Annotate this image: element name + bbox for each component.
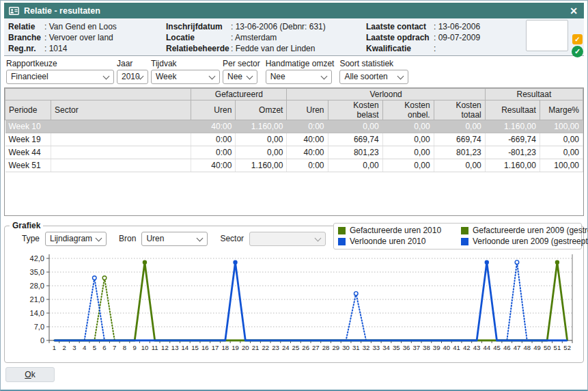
cell-kosten-onbel: 0,00 xyxy=(382,146,434,159)
cell-kosten-belast: 801,23 xyxy=(328,146,382,159)
svg-text:51: 51 xyxy=(554,344,561,351)
jaar-select[interactable]: 2010 xyxy=(117,70,148,84)
svg-text:26: 26 xyxy=(302,344,309,351)
chart-bron-select[interactable]: Uren xyxy=(141,232,208,246)
ok-button[interactable]: Ok xyxy=(5,367,55,382)
filter-label: Rapportkeuze xyxy=(6,59,114,69)
header-col-2: Inschrijfdatum13-06-2006 (Debnr: 631) Lo… xyxy=(166,21,326,54)
svg-text:12: 12 xyxy=(161,344,169,351)
filter-soort-statistiek: Soort statistiek Alle soorten xyxy=(339,59,408,84)
field-value: Vervoer over land xyxy=(44,32,113,43)
group-header-verloond: Verloond xyxy=(287,89,485,100)
window-title: Relatie - resultaten xyxy=(24,6,568,16)
table-row-week-51[interactable]: Week 51 40:001.160,00 0:000,00 0,000,00 … xyxy=(5,159,583,172)
field-value: Fedde van der Linden xyxy=(231,43,315,54)
legend-label: Gefactureerde uren 2010 xyxy=(350,226,441,235)
cell-resultaat: -669,74 xyxy=(485,133,540,146)
svg-text:48: 48 xyxy=(523,344,531,351)
col-marge: Marge% xyxy=(540,100,583,120)
svg-text:21,0: 21,0 xyxy=(30,295,44,304)
cell-uren: 0:00 xyxy=(191,146,236,159)
field-label: Kwalificatie xyxy=(366,43,434,54)
bron-label: Bron xyxy=(119,234,136,243)
cell-uren: 40:00 xyxy=(287,146,328,159)
orange-check-icon[interactable]: ✓ xyxy=(572,34,583,44)
svg-text:28,0: 28,0 xyxy=(30,282,44,290)
soort-statistiek-select[interactable]: Alle soorten xyxy=(339,70,408,84)
results-table: Gefactureerd Verloond Resultaat Periode … xyxy=(5,88,583,172)
legend-item: Gefactureerde uren 2010 xyxy=(338,226,461,235)
svg-text:19: 19 xyxy=(232,344,239,351)
svg-text:44: 44 xyxy=(483,344,490,351)
rapportkeuze-select[interactable]: Financieel xyxy=(6,70,114,84)
cell-kosten-totaal: 801,23 xyxy=(434,146,485,159)
legend-item: Gefactureerde uren 2009 (gestreept) xyxy=(461,226,588,235)
svg-text:16: 16 xyxy=(201,344,209,351)
svg-text:49: 49 xyxy=(533,344,541,351)
table-row-week-44[interactable]: Week 44 0:000,00 40:00801,23 0,00801,23 … xyxy=(5,146,583,159)
field-label: Laatste opdrach xyxy=(366,32,434,43)
close-icon[interactable]: ✕ xyxy=(568,6,579,16)
col-kosten-onbel: Kosten onbel. xyxy=(382,100,434,120)
svg-text:1: 1 xyxy=(53,344,56,351)
cell-marge: 0,00 xyxy=(540,133,583,146)
cell-resultaat: 1.160,00 xyxy=(485,120,540,133)
svg-text:7,0: 7,0 xyxy=(34,323,44,331)
svg-text:24: 24 xyxy=(282,344,290,351)
svg-text:52: 52 xyxy=(563,344,571,351)
svg-text:6: 6 xyxy=(102,344,106,351)
handmatige-omzet-select[interactable]: Nee xyxy=(266,70,332,84)
cell-resultaat: -801,23 xyxy=(485,146,540,159)
svg-text:5: 5 xyxy=(93,344,96,351)
group-header-resultaat: Resultaat xyxy=(485,89,583,100)
line-chart: 07,014,021,028,035,042,01234567891011121… xyxy=(8,249,579,358)
selected-value: Week xyxy=(156,72,176,81)
filter-handmatige-omzet: Handmatige omzet Nee xyxy=(266,59,335,84)
sector-label: Sector xyxy=(220,234,244,243)
svg-text:2: 2 xyxy=(62,344,66,351)
svg-text:43: 43 xyxy=(473,344,481,351)
field-value: 1014 xyxy=(44,43,67,54)
chevron-down-icon xyxy=(96,234,102,241)
tijdvak-select[interactable]: Week xyxy=(151,70,220,84)
cell-uren: 0:00 xyxy=(287,159,328,172)
field-label: Reg.nr. xyxy=(8,43,44,54)
svg-text:30: 30 xyxy=(342,344,350,351)
cell-marge: 0,00 xyxy=(540,146,583,159)
group-header-gefactureerd: Gefactureerd xyxy=(191,89,287,100)
chevron-down-icon xyxy=(315,234,322,241)
svg-text:32: 32 xyxy=(363,344,370,351)
table-row-week-10[interactable]: Week 10 40:001.160,00 0:000,00 0,000,00 … xyxy=(5,120,583,133)
ok-label: O xyxy=(25,370,31,379)
field-value: 13-06-2006 (Debnr: 631) xyxy=(231,21,326,32)
chevron-down-icon xyxy=(247,73,253,80)
svg-text:21: 21 xyxy=(252,344,260,351)
cell-periode: Week 51 xyxy=(5,159,51,172)
svg-text:11: 11 xyxy=(152,344,158,351)
selected-value: Alle soorten xyxy=(344,72,387,81)
footer: Ok xyxy=(4,363,584,382)
svg-text:29: 29 xyxy=(333,344,340,351)
cell-uren: 0:00 xyxy=(287,120,328,133)
svg-text:14: 14 xyxy=(182,344,189,351)
green-check-icon[interactable]: ✓ xyxy=(572,46,583,57)
svg-text:14,0: 14,0 xyxy=(30,309,44,317)
chart-legend: Gefactureerde uren 2010 Gefactureerde ur… xyxy=(333,223,582,250)
table-row-week-19[interactable]: Week 19 0:000,00 40:00669,74 0,00669,74 … xyxy=(5,133,583,146)
svg-text:13: 13 xyxy=(171,344,179,351)
cell-uren: 40:00 xyxy=(191,120,236,133)
relatie-resultaten-window: Relatie - resultaten ✕ RelatieVan Gend e… xyxy=(0,0,588,391)
svg-text:8: 8 xyxy=(123,344,126,351)
type-label: Type xyxy=(22,234,40,243)
col-kosten-belast: Kosten belast xyxy=(328,100,382,120)
per-sector-select[interactable]: Nee xyxy=(223,70,257,84)
cell-kosten-totaal: 669,74 xyxy=(434,133,485,146)
cell-periode: Week 44 xyxy=(5,146,51,159)
svg-text:7: 7 xyxy=(113,344,116,351)
legend-swatch-green xyxy=(338,227,346,234)
svg-text:37: 37 xyxy=(412,344,420,351)
chevron-down-icon xyxy=(320,73,327,80)
svg-text:4: 4 xyxy=(83,344,86,351)
chart-type-select[interactable]: Lijndiagram xyxy=(45,232,107,246)
svg-text:42: 42 xyxy=(463,344,471,351)
